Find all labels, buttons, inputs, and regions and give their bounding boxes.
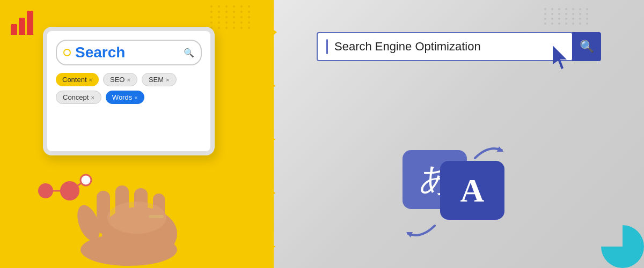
search-bar-divider xyxy=(326,39,328,54)
svg-marker-14 xyxy=(553,46,567,69)
search-bar[interactable]: Search Engine Optimization xyxy=(317,32,573,61)
tag-concept-label: Concept xyxy=(63,93,89,101)
tag-words-label: Words xyxy=(112,93,132,101)
hand-illustration xyxy=(43,110,215,268)
tag-seo-label: SEO xyxy=(110,76,125,84)
translation-wrapper: あ A xyxy=(402,150,515,236)
bar-3 xyxy=(27,11,33,35)
tablet-search-icon: 🔍 xyxy=(184,48,194,58)
tag-content-label: Content xyxy=(62,76,87,84)
bar-1 xyxy=(11,24,17,35)
tablet-search-bar: Search 🔍 xyxy=(56,40,202,65)
search-bar-text: Search Engine Optimization xyxy=(334,40,564,54)
tag-concept: Concept × xyxy=(56,91,101,104)
tag-sem-label: SEM xyxy=(149,76,164,84)
translation-icon: あ A xyxy=(306,150,612,236)
tag-sem: SEM × xyxy=(142,73,177,86)
translation-arrow-top xyxy=(472,142,504,166)
tablet-tags: Content × SEO × SEM × Concept × Words × xyxy=(56,73,202,104)
search-button-icon: 🔍 xyxy=(580,40,594,54)
dots-decoration-left xyxy=(210,5,252,29)
bar-chart-icon xyxy=(11,11,33,35)
tag-sem-close[interactable]: × xyxy=(166,77,169,83)
tag-content: Content × xyxy=(56,73,99,86)
search-button[interactable]: 🔍 xyxy=(572,32,601,61)
translation-box-front: A xyxy=(440,161,504,220)
cursor-arrow xyxy=(553,46,574,75)
tag-concept-close[interactable]: × xyxy=(91,94,94,101)
teal-circle-decoration xyxy=(601,225,644,268)
translation-char-latin: A xyxy=(460,172,485,210)
tag-content-close[interactable]: × xyxy=(89,77,92,83)
tag-words: Words × xyxy=(106,91,144,104)
bar-2 xyxy=(19,18,25,35)
tag-words-close[interactable]: × xyxy=(134,94,137,101)
svg-point-13 xyxy=(107,202,166,234)
tag-seo-close[interactable]: × xyxy=(127,77,130,83)
dots-decoration-right xyxy=(544,8,590,25)
tablet-search-circle xyxy=(63,49,71,56)
translation-arrow-bottom xyxy=(405,220,437,244)
right-panel: Search Engine Optimization 🔍 あ xyxy=(274,0,644,268)
tablet-search-title: Search xyxy=(75,44,184,61)
left-panel: Search 🔍 Content × SEO × SEM × Concept ×… xyxy=(0,0,274,268)
tag-seo: SEO × xyxy=(103,73,137,86)
